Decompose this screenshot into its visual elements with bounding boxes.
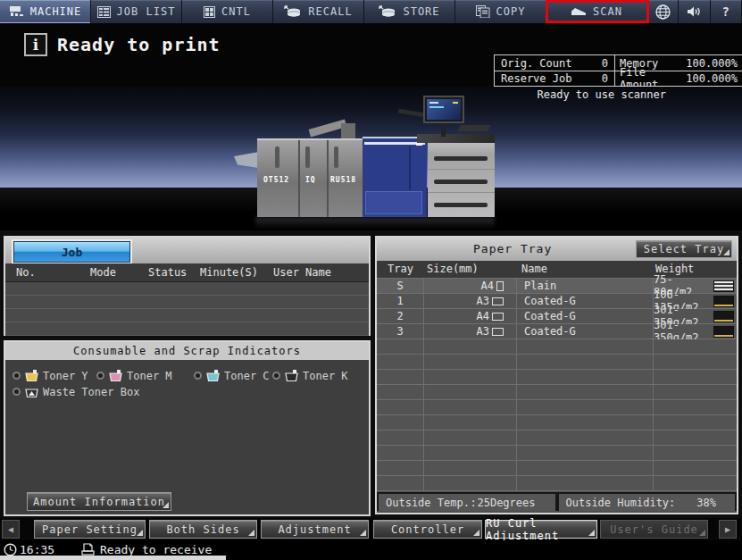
printer-finisher-modules: OT512 IQ RU518: [257, 138, 363, 217]
tab-scan-label: SCAN: [593, 5, 622, 18]
consumables-panel: Consumable and Scrap Indicators Toner Y …: [4, 340, 371, 516]
tray-empty-row: [377, 446, 737, 461]
environment-bar: Outside Temp. : 25Degrees Outside Humidi…: [377, 492, 737, 511]
toner-y-label: Toner Y: [43, 370, 88, 382]
clock-icon: [4, 543, 17, 556]
printer-top-box: [341, 123, 355, 138]
consumables-body: Toner Y Toner M Toner C Toner K: [5, 360, 369, 513]
bottom-nav: ◀ Paper Setting Both Sides Adjustment Co…: [0, 518, 742, 540]
tray-empty-row: [377, 430, 737, 446]
tab-machine[interactable]: MACHINE: [0, 0, 91, 23]
counters-row-2: Reserve Job 0 File Amount 100.000%: [494, 71, 742, 87]
toner-m-label: Toner M: [127, 370, 172, 382]
tab-recall[interactable]: RECALL: [273, 0, 364, 23]
printer-adf: [417, 134, 495, 143]
col-tray: Tray: [388, 263, 413, 275]
tray-row-3[interactable]: 3 A3 Coated-G 301-350g/m2: [377, 324, 737, 339]
tab-machine-label: MACHINE: [30, 5, 82, 18]
orig-count-value: 0: [602, 57, 608, 70]
help-button[interactable]: ?: [711, 0, 742, 23]
printer-reflection: [255, 217, 495, 229]
status-message: Ready to print: [57, 34, 221, 55]
job-empty-row: [5, 322, 369, 336]
top-nav: MACHINE JOB LIST CNTL RECALL STORE COPY …: [0, 0, 742, 23]
tab-scan[interactable]: SCAN: [546, 0, 647, 23]
tab-cntl[interactable]: CNTL: [182, 0, 273, 23]
tray-empty-row: [377, 476, 737, 491]
paper-tray-title: Paper Tray: [473, 242, 552, 255]
reserve-job-value: 0: [602, 72, 608, 85]
toner-k-led: [272, 372, 280, 380]
controller-button[interactable]: Controller: [373, 520, 482, 539]
consumables-title: Consumable and Scrap Indicators: [5, 342, 369, 360]
indicator-toner-c: Toner C: [194, 369, 270, 382]
printer-stage: Ready to use scanner OT512 IQ RU518: [0, 87, 742, 230]
scan-icon: [571, 6, 587, 17]
waste-toner-led: [13, 388, 21, 396]
outside-temp-value: 25Degrees: [477, 497, 535, 509]
indicator-toner-m: Toner M: [96, 369, 172, 382]
recall-disk-icon: [284, 5, 302, 18]
tray-empty-row: [377, 370, 737, 385]
job-col-minutes: Minute(S): [200, 266, 258, 279]
bottom-edge-strip: [0, 556, 226, 560]
language-button[interactable]: [647, 0, 679, 23]
sound-button[interactable]: [679, 0, 710, 23]
printer-control-panel: [423, 96, 464, 123]
adjustment-button[interactable]: Adjustment: [261, 520, 369, 539]
job-col-mode: Mode: [90, 266, 116, 279]
paper-tray-header: Paper Tray Select Tray: [377, 238, 737, 261]
reserve-job-label: Reserve Job: [501, 72, 571, 85]
module-label-iq: IQ: [305, 176, 316, 184]
job-col-status: Status: [148, 266, 187, 279]
col-name: Name: [521, 263, 547, 275]
printer-keyboard-tray: [457, 125, 490, 131]
tab-copy[interactable]: COPY: [455, 0, 546, 23]
tray-empty-row: [377, 415, 737, 430]
users-guide-button[interactable]: User's Guide: [600, 520, 708, 539]
amount-information-button[interactable]: Amount Information: [27, 492, 171, 511]
info-icon[interactable]: i: [24, 33, 47, 56]
job-tab-label: Job: [62, 246, 82, 259]
store-disk-icon: [379, 5, 396, 18]
toner-k-label: Toner K: [303, 370, 348, 382]
paper-level-low-icon: [713, 326, 734, 338]
both-sides-button[interactable]: Both Sides: [149, 520, 257, 539]
module-label-ru518: RU518: [330, 176, 356, 184]
toner-c-led: [194, 372, 202, 380]
indicator-toner-y: Toner Y: [13, 369, 88, 382]
toner-bottle-icon: [24, 369, 39, 382]
job-list-icon: [97, 6, 111, 18]
module-label-ot512: OT512: [263, 176, 289, 184]
scanner-status-message: Ready to use scanner: [538, 88, 667, 101]
prev-arrow-icon: ◀: [8, 524, 13, 534]
globe-icon: [655, 4, 671, 20]
paper-level-low-icon: [713, 296, 734, 307]
prev-menu-button[interactable]: ◀: [2, 520, 20, 539]
tab-recall-label: RECALL: [308, 5, 352, 18]
toner-c-label: Toner C: [224, 370, 270, 382]
clock-time: 16:35: [20, 543, 54, 556]
ru-curl-adjustment-button[interactable]: RU Curl Adjustment: [485, 520, 597, 539]
paper-setting-button[interactable]: Paper Setting: [34, 520, 146, 539]
printer-illustration: OT512 IQ RU518: [234, 96, 495, 221]
status-bar: 16:35 Ready to receive: [0, 540, 742, 560]
next-menu-button[interactable]: ▶: [719, 520, 737, 539]
tray-empty-row: [377, 461, 737, 476]
tab-job-list[interactable]: JOB LIST: [91, 0, 182, 23]
job-tab[interactable]: Job: [13, 241, 130, 263]
col-size: Size(mm): [427, 263, 479, 275]
tab-job-list-label: JOB LIST: [117, 5, 176, 18]
toner-bottle-icon: [205, 369, 221, 382]
tray-empty-row: [377, 400, 737, 415]
toner-bottle-icon: [284, 369, 299, 382]
job-panel: Job No. Mode Status Minute(S) User Name: [4, 236, 371, 336]
indicator-toner-k: Toner K: [272, 369, 348, 382]
waste-toner-box-icon: [24, 385, 39, 398]
machine-icon: [9, 5, 24, 18]
paper-level-low-icon: [713, 311, 734, 322]
receive-printer-icon: [80, 543, 96, 556]
select-tray-button[interactable]: Select Tray: [636, 240, 732, 258]
tab-store[interactable]: STORE: [364, 0, 455, 23]
orig-count-label: Orig. Count: [501, 57, 571, 70]
